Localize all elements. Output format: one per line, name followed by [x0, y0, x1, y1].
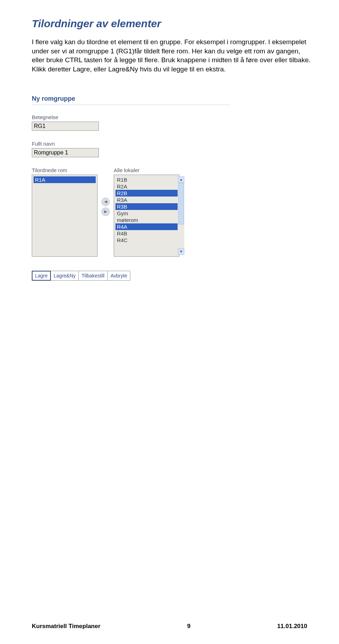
all-listbox[interactable]: R1B R2A R2B R3A R3B Gym møterom R4A R4B … — [114, 175, 179, 257]
list-item[interactable]: R4B — [115, 230, 178, 237]
assigned-column: Tilordnede rom R1A — [32, 167, 97, 257]
list-item[interactable]: R2B — [115, 190, 178, 197]
list-item[interactable]: Gym — [115, 210, 178, 217]
list-item[interactable]: R2A — [115, 183, 178, 190]
page-footer: Kursmatriell Timeplaner 9 11.01.2010 — [0, 623, 339, 630]
transfer-arrows: ◀ ▶ — [97, 167, 114, 216]
assigned-label: Tilordnede rom — [32, 167, 97, 173]
intro-paragraph: I flere valg kan du tilordne et element … — [32, 37, 311, 74]
fullt-navn-input[interactable] — [32, 148, 99, 157]
fullt-navn-label: Fullt navn — [32, 141, 230, 147]
footer-date: 11.01.2010 — [277, 623, 307, 630]
chevron-left-icon: ◀ — [104, 199, 107, 204]
list-item[interactable]: R4C — [115, 237, 178, 244]
chevron-up-icon: ▲ — [179, 177, 183, 181]
scroll-track[interactable] — [178, 183, 184, 248]
list-item[interactable]: R3A — [115, 197, 178, 203]
scroll-down-button[interactable]: ▼ — [178, 248, 184, 255]
footer-page-number: 9 — [187, 623, 190, 630]
scrollbar[interactable]: ▲ ▼ — [178, 176, 184, 255]
action-buttons: Lagre Lagre&Ny Tilbakestill Avbryte — [32, 271, 230, 281]
scroll-thumb[interactable] — [178, 183, 184, 224]
move-right-button[interactable]: ▶ — [101, 207, 110, 216]
list-item[interactable]: R4A — [115, 223, 178, 230]
all-column: Alle lokaler R1B R2A R2B R3A R3B Gym møt… — [114, 167, 179, 257]
footer-left: Kursmatriell Timeplaner — [32, 623, 100, 630]
assigned-listbox[interactable]: R1A — [32, 175, 97, 257]
save-button[interactable]: Lagre — [32, 271, 51, 281]
page-title: Tilordninger av elementer — [32, 18, 311, 30]
dialog-screenshot: Ny romgruppe Betegnelse Fullt navn Tilor… — [32, 95, 230, 281]
list-item[interactable]: møterom — [115, 217, 178, 223]
transfer-lists: Tilordnede rom R1A ◀ ▶ Alle lokaler R1B … — [32, 167, 230, 257]
list-item[interactable]: R3B — [115, 203, 178, 210]
betegnelse-label: Betegnelse — [32, 114, 230, 120]
reset-button[interactable]: Tilbakestill — [79, 271, 108, 281]
list-item[interactable]: R1A — [34, 176, 96, 183]
divider — [32, 105, 230, 105]
field-betegnelse: Betegnelse — [32, 114, 230, 131]
all-label: Alle lokaler — [114, 167, 179, 173]
field-fullt-navn: Fullt navn — [32, 141, 230, 157]
cancel-button[interactable]: Avbryte — [108, 271, 130, 281]
move-left-button[interactable]: ◀ — [101, 198, 110, 206]
dialog-title: Ny romgruppe — [32, 95, 230, 103]
scroll-up-button[interactable]: ▲ — [178, 176, 184, 183]
betegnelse-input[interactable] — [32, 122, 99, 131]
save-new-button[interactable]: Lagre&Ny — [51, 271, 79, 281]
chevron-down-icon: ▼ — [179, 250, 183, 253]
chevron-right-icon: ▶ — [104, 209, 107, 214]
list-item[interactable]: R1B — [115, 176, 178, 183]
